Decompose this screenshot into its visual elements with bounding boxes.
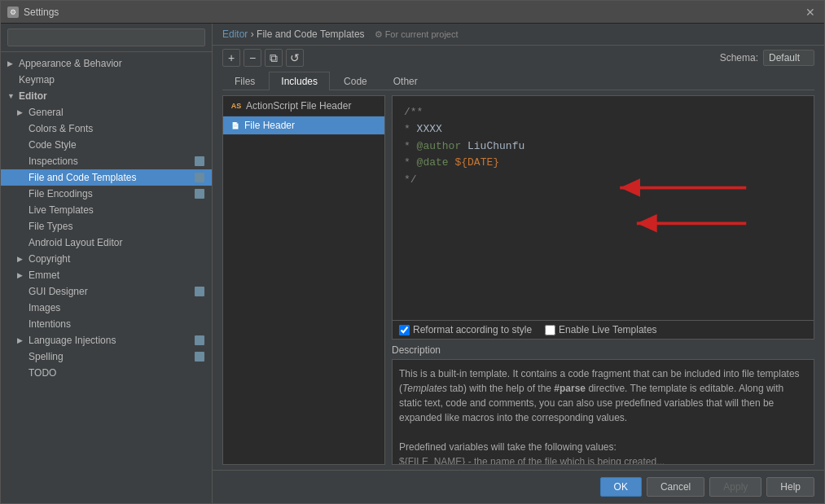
sidebar-item-appearance[interactable]: ▶ Appearance & Behavior	[1, 55, 212, 72]
tabs-row: Files Includes Code Other	[222, 72, 814, 90]
title-bar: ⚙ Settings ✕	[1, 1, 824, 24]
code-line-4: * @date ${DATE}	[404, 155, 802, 172]
sidebar-item-images[interactable]: Images	[1, 300, 212, 316]
sidebar-item-filetypes[interactable]: File Types	[1, 218, 212, 234]
nav-tree: ▶ Appearance & Behavior Keymap ▼ Editor …	[1, 52, 212, 503]
desc-parse: #parse	[554, 383, 586, 394]
sidebar-item-label: File Types	[29, 221, 72, 232]
reset-template-button[interactable]: ↺	[286, 49, 304, 67]
search-input[interactable]	[7, 28, 205, 46]
breadcrumb-current: File and Code Templates	[257, 28, 365, 40]
sidebar-item-keymap[interactable]: Keymap	[1, 72, 212, 88]
title-bar-left: ⚙ Settings	[7, 7, 59, 18]
help-button[interactable]: Help	[766, 477, 814, 497]
template-list: AS ActionScript File Header 📄 File Heade…	[222, 95, 385, 465]
sidebar-item-label: Images	[29, 302, 60, 313]
scope-indicator	[194, 335, 205, 346]
sidebar-item-label: File Encodings	[29, 188, 93, 199]
sidebar-item-fileencodings[interactable]: File Encodings	[1, 186, 212, 202]
sidebar-item-androidlayout[interactable]: Android Layout Editor	[1, 234, 212, 251]
options-row: Reformat according to style Enable Live …	[393, 320, 814, 339]
apply-button[interactable]: Apply	[709, 477, 761, 497]
sidebar: ▶ Appearance & Behavior Keymap ▼ Editor …	[1, 24, 213, 503]
panel-content: + − ⧉ ↺ Schema: Default Project Files	[213, 46, 824, 470]
actionscript-icon: AS	[230, 99, 243, 112]
reformat-checkbox-label[interactable]: Reformat according to style	[399, 324, 532, 335]
sidebar-item-general[interactable]: ▶ General	[1, 104, 212, 121]
sidebar-item-label: GUI Designer	[29, 286, 88, 297]
scope-indicator	[194, 351, 205, 362]
add-template-button[interactable]: +	[222, 49, 240, 67]
expand-arrow-icon: ▶	[17, 255, 27, 263]
sidebar-item-filecodetemp[interactable]: File and Code Templates	[1, 169, 212, 186]
sidebar-item-label: Editor	[19, 90, 47, 102]
scope-indicator	[194, 172, 205, 183]
sidebar-item-emmet[interactable]: ▶ Emmet	[1, 267, 212, 283]
split-area: AS ActionScript File Header 📄 File Heade…	[222, 95, 814, 465]
sidebar-item-codestyle[interactable]: Code Style	[1, 137, 212, 153]
scope-indicator	[194, 188, 205, 199]
sidebar-item-intentions[interactable]: Intentions	[1, 316, 212, 332]
breadcrumb-separator: ›	[251, 28, 257, 40]
tab-includes[interactable]: Includes	[269, 72, 330, 90]
template-item-actionscript[interactable]: AS ActionScript File Header	[223, 96, 384, 116]
code-line-1: /**	[404, 104, 802, 121]
close-button[interactable]: ✕	[803, 5, 818, 20]
expand-arrow-icon: ▶	[17, 108, 27, 116]
breadcrumb-editor: Editor	[222, 28, 248, 40]
panel-header: Editor › File and Code Templates ⚙ For c…	[213, 24, 824, 46]
expand-arrow-icon: ▼	[7, 92, 17, 100]
breadcrumb: Editor › File and Code Templates	[222, 28, 365, 40]
sidebar-item-languageinjections[interactable]: ▶ Language Injections	[1, 332, 212, 348]
sidebar-item-spelling[interactable]: Spelling	[1, 348, 212, 365]
sidebar-item-livetemplates[interactable]: Live Templates	[1, 202, 212, 218]
sidebar-item-label: Spelling	[29, 351, 64, 362]
ok-button[interactable]: OK	[600, 477, 642, 497]
scope-indicator	[194, 156, 205, 167]
desc-italic: Templates	[402, 383, 447, 394]
dialog-body: ▶ Appearance & Behavior Keymap ▼ Editor …	[1, 24, 824, 503]
template-item-label: ActionScript File Header	[246, 100, 351, 112]
project-scope-label: ⚙ For current project	[375, 29, 459, 40]
code-line-2: * XXXX	[404, 121, 802, 138]
sidebar-item-label: Language Injections	[29, 335, 116, 346]
schema-select[interactable]: Default Project	[763, 50, 814, 66]
description-label: Description	[392, 344, 814, 356]
code-area[interactable]: /** * XXXX * @author LiuChunfu * @date $…	[393, 96, 814, 320]
settings-icon: ⚙	[7, 7, 19, 18]
sidebar-item-label: Emmet	[29, 270, 59, 281]
copy-template-button[interactable]: ⧉	[265, 49, 283, 67]
sidebar-item-label: General	[29, 107, 64, 118]
window-title: Settings	[24, 7, 59, 18]
template-item-fileheader[interactable]: 📄 File Header	[223, 116, 384, 135]
sidebar-item-colors[interactable]: Colors & Fonts	[1, 121, 212, 137]
tab-other[interactable]: Other	[381, 72, 430, 90]
live-templates-checkbox-label[interactable]: Enable Live Templates	[545, 324, 657, 335]
sidebar-item-copyright[interactable]: ▶ Copyright	[1, 251, 212, 267]
code-line-3: * @author LiuChunfu	[404, 138, 802, 156]
live-templates-label: Enable Live Templates	[559, 324, 657, 335]
schema-label: Schema:	[720, 52, 758, 64]
sidebar-item-guidesigner[interactable]: GUI Designer	[1, 283, 212, 300]
sidebar-item-label: Inspections	[29, 156, 78, 167]
toolbar-row: + − ⧉ ↺ Schema: Default Project	[222, 46, 814, 72]
live-templates-checkbox[interactable]	[545, 325, 555, 335]
sidebar-item-label: File and Code Templates	[29, 172, 137, 183]
sidebar-item-todo[interactable]: TODO	[1, 365, 212, 381]
tab-files[interactable]: Files	[222, 72, 267, 90]
fileheader-icon: 📄	[230, 120, 241, 131]
sidebar-item-editor[interactable]: ▼ Editor	[1, 88, 212, 104]
expand-arrow-icon: ▶	[17, 271, 27, 279]
code-line-5: */	[404, 172, 802, 189]
cancel-button[interactable]: Cancel	[647, 477, 704, 497]
description-text: This is a built-in template. It contains…	[392, 359, 814, 465]
reformat-checkbox[interactable]	[399, 325, 410, 335]
tab-code[interactable]: Code	[331, 72, 380, 90]
sidebar-item-label: Code Style	[29, 139, 77, 151]
bottom-bar: OK Cancel Apply Help	[213, 470, 824, 503]
sidebar-item-inspections[interactable]: Inspections	[1, 153, 212, 169]
sidebar-item-label: Android Layout Editor	[29, 237, 122, 248]
desc-part1: This is a built-in template. It contains…	[399, 368, 800, 423]
search-box	[1, 24, 212, 52]
remove-template-button[interactable]: −	[244, 49, 261, 67]
